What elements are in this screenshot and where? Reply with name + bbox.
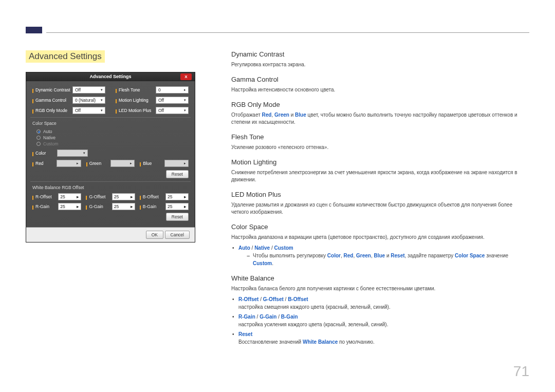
p-led: Удаление размытия и дрожания из сцен с б…	[231, 201, 529, 216]
p-white-balance: Настройка баланса белого для получения к…	[231, 285, 529, 292]
wb-gain-row: R-Gain 25▸ G-Gain 25▸ B-Gain 25▸	[32, 203, 189, 210]
panel-titlebar: Advanced Settings X	[26, 72, 195, 81]
header-accent	[26, 27, 42, 33]
spin-b-gain[interactable]: 25▸	[165, 203, 189, 210]
h-color-space: Color Space	[231, 223, 529, 231]
radio-auto[interactable]: Auto	[36, 129, 189, 134]
spin-r-gain[interactable]: 25▸	[58, 203, 81, 210]
label-b-offset: B-Offset	[140, 194, 165, 199]
wb-offset-row: R-Offset 25▸ G-Offset 25▸ B-Offset 25▸	[32, 193, 189, 200]
select-gamma[interactable]: 0 (Natural)▾	[72, 97, 105, 104]
h-gamma: Gamma Control	[231, 76, 529, 83]
p-rgb: Отображает Red, Green и Blue цвет, чтобы…	[231, 111, 529, 126]
spin-b-offset[interactable]: 25▸	[165, 193, 189, 200]
label-r-offset: R-Offset	[32, 194, 58, 199]
row-rgb-pickers: Red ▸ Green ▸ Blue ▸	[32, 160, 189, 167]
li-color-space-note: Чтобы выполнить регулировку Color, Red, …	[253, 252, 529, 267]
ok-button[interactable]: OK	[146, 231, 163, 239]
h-motion: Motion Lighting	[231, 158, 529, 166]
li-wb-offset: R-Offset / G-Offset / B-Offset настройка…	[238, 295, 529, 311]
select-rgb-only[interactable]: Off▾	[72, 107, 105, 114]
label-led-motion: LED Motion Plus	[116, 108, 156, 113]
p-color-space: Настройка диапазона и вариации цвета (цв…	[231, 234, 529, 241]
advanced-settings-panel: Advanced Settings X Dynamic Contrast Off…	[26, 72, 195, 242]
row-dynamic-contrast: Dynamic Contrast Off▾ Flesh Tone 0▸	[32, 86, 189, 94]
select-led-motion[interactable]: Off▾	[156, 107, 189, 114]
h-white-balance: White Balance	[231, 274, 529, 282]
label-gamma: Gamma Control	[32, 98, 72, 103]
h-dynamic-contrast: Dynamic Contrast	[231, 50, 529, 58]
cancel-button[interactable]: Cancel	[165, 231, 190, 239]
label-blue: Blue	[140, 161, 164, 166]
page-title: Advanced Settings	[26, 50, 105, 63]
label-red: Red	[32, 161, 57, 166]
reset-color-button[interactable]: Reset	[166, 170, 189, 178]
label-r-gain: R-Gain	[32, 204, 58, 209]
row-rgb-only: RGB Only Mode Off▾ LED Motion Plus Off▾	[32, 107, 189, 114]
spin-red[interactable]: ▸	[57, 160, 81, 167]
reset-wb-button[interactable]: Reset	[166, 213, 189, 221]
label-b-gain: B-Gain	[140, 204, 165, 209]
row-color-picker: Color ▾	[32, 150, 189, 157]
p-motion: Снижение потребления электроэнергии за с…	[231, 169, 529, 183]
label-dynamic-contrast: Dynamic Contrast	[32, 87, 72, 92]
panel-title: Advanced Settings	[89, 74, 131, 79]
close-icon[interactable]: X	[180, 73, 192, 80]
select-color[interactable]: ▾	[57, 150, 88, 157]
label-flesh-tone: Flesh Tone	[116, 87, 156, 92]
radio-native[interactable]: Native	[36, 135, 189, 140]
radio-custom[interactable]: Custom	[36, 141, 189, 146]
select-motion-lighting[interactable]: Off▾	[156, 97, 189, 104]
li-wb-gain: R-Gain / G-Gain / B-Gain настройка усиле…	[238, 313, 529, 328]
label-g-offset: G-Offset	[86, 194, 112, 199]
p-dynamic-contrast: Регулировка контраста экрана.	[231, 61, 529, 68]
select-dynamic-contrast[interactable]: Off▾	[72, 86, 105, 94]
p-flesh: Усиление розового «телесного оттенка».	[231, 144, 529, 151]
label-rgb-only: RGB Only Mode	[32, 108, 72, 113]
wb-heading: White Balance RGB Offset	[32, 185, 189, 190]
header-rule	[46, 32, 529, 33]
page-number: 71	[513, 363, 529, 380]
h-led: LED Motion Plus	[231, 191, 529, 198]
label-motion-lighting: Motion Lighting	[116, 98, 156, 103]
spin-green[interactable]: ▸	[110, 160, 135, 167]
spin-blue[interactable]: ▸	[164, 160, 189, 167]
li-color-space-options: Auto / Native / Custom Чтобы выполнить р…	[238, 244, 529, 267]
p-gamma: Настройка интенсивности основного цвета.	[231, 86, 529, 94]
h-rgb: RGB Only Mode	[231, 101, 529, 108]
spin-r-offset[interactable]: 25▸	[58, 193, 81, 200]
color-space-heading: Color Space	[32, 121, 189, 126]
li-wb-reset: Reset Восстановление значений White Bala…	[238, 330, 529, 346]
select-flesh-tone[interactable]: 0▸	[156, 86, 189, 94]
row-gamma: Gamma Control 0 (Natural)▾ Motion Lighti…	[32, 97, 189, 104]
label-g-gain: G-Gain	[86, 204, 112, 209]
spin-g-gain[interactable]: 25▸	[112, 203, 135, 210]
spin-g-offset[interactable]: 25▸	[112, 193, 135, 200]
h-flesh: Flesh Tone	[231, 133, 529, 141]
label-green: Green	[86, 161, 110, 166]
label-color: Color	[32, 151, 57, 156]
